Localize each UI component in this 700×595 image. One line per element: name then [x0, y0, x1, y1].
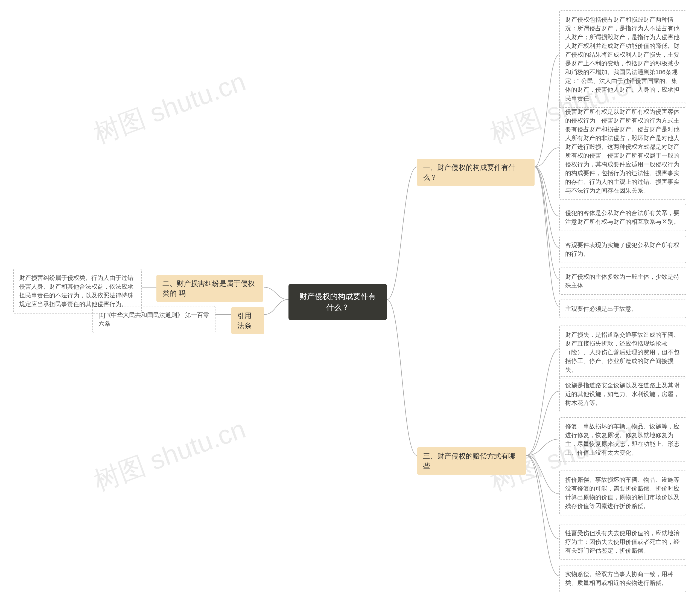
leaf-r2b: 设施是指道路安全设施以及在道路上及其附近的其他设施，如电力、水利设施，房屋，树木…: [559, 376, 686, 412]
leaf-r2f: 实物赔偿。经双方当事人协商一致，用种类、质量相同或相近的实物进行赔偿。: [559, 565, 686, 592]
leaf-r2e: 牲畜受伤但没有失去使用价值的，应就地治疗为主；因伤失去使用价值或者死亡的，经有关…: [559, 524, 686, 560]
leaf-r1b: 侵害财产所有权是以财产所有权为侵害客体的侵权行为。侵害财产所有权的行为方式主要有…: [559, 103, 686, 200]
branch-r1[interactable]: 一、财产侵权的构成要件有什么？: [417, 159, 534, 186]
branch-l1[interactable]: 二、财产损害纠纷是属于侵权类的 吗: [156, 275, 263, 302]
leaf-r2d: 折价赔偿。事故损坏的车辆、物品、设施等没有修复的可能，需要折价赔偿。折价时应计算…: [559, 471, 686, 515]
leaf-r1c: 侵犯的客体是公私财产的合法所有关系，要注意财产所有权与财产的相互联系与区别。: [559, 204, 686, 231]
branch-r2[interactable]: 三、财产侵权的赔偿方式有哪些: [417, 447, 526, 475]
leaf-r1d: 客观要件表现为实施了侵犯公私财产所有权的行为。: [559, 236, 686, 263]
leaf-r1a: 财产侵权包括侵占财产和损毁财产两种情况：所谓侵占财产，是指行为人不法占有他人财产…: [559, 10, 686, 108]
watermark: 树图 shutu.cn: [89, 412, 251, 499]
leaf-r1e: 财产侵权的主体多数为一般主体，少数是特殊主体。: [559, 267, 686, 295]
center-node[interactable]: 财产侵权的构成要件有什么？: [289, 284, 387, 320]
watermark: 树图 shutu.cn: [89, 64, 251, 152]
branch-l2[interactable]: 引用法条: [231, 307, 264, 334]
leaf-r2c: 修复。事故损坏的车辆、物品、设施等，应进行修复，恢复原状。修复以就地修复为主，尽…: [559, 417, 686, 462]
leaf-r2a: 财产损失，是指道路交通事故造成的车辆、财产直接损失折款，还应包括现场抢救（险）、…: [559, 325, 686, 379]
leaf-l2a: [1]《中华人民共和国民法通则》 第一百零六条: [92, 306, 215, 333]
leaf-r1f: 主观要件必须是出于故意。: [559, 300, 686, 318]
